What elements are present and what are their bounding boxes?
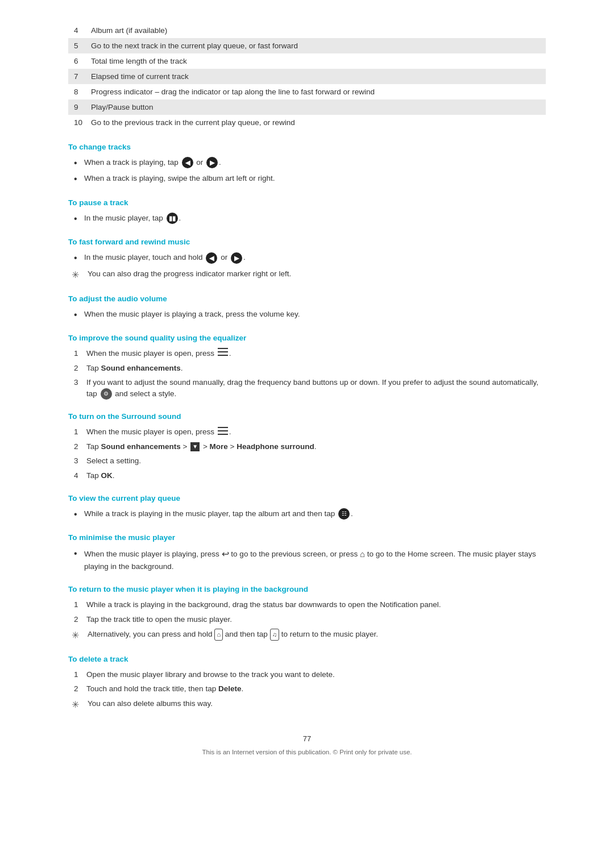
section-heading: To return to the music player when it is… — [68, 585, 546, 593]
section-surround: To turn on the Surround sound 1 When the… — [68, 412, 546, 481]
svg-rect-2 — [218, 355, 228, 356]
menu-icon — [218, 427, 228, 438]
list-item: 4 Tap OK. — [68, 470, 546, 481]
list-item: • When a track is playing, tap ◀ or ▶. — [68, 157, 546, 169]
section-pause-track: To pause a track • In the music player, … — [68, 198, 546, 225]
list-item: • In the music player, touch and hold ◀ … — [68, 252, 546, 264]
list-item: 1 When the music player is open, press . — [68, 426, 546, 438]
table-row: 8 Progress indicator – drag the indicato… — [68, 84, 546, 99]
svg-rect-3 — [218, 427, 228, 428]
tip-icon: ✳ — [72, 698, 85, 712]
list-item: 2 Tap Sound enhancements. — [68, 363, 546, 374]
table-row: 6 Total time length of the track — [68, 53, 546, 69]
footer-note: This is an Internet version of this publ… — [68, 749, 546, 755]
section-delete-track: To delete a track 1 Open the music playe… — [68, 655, 546, 712]
home-icon: ⌂ — [360, 549, 365, 559]
next-hold-icon: ▶ — [231, 252, 242, 264]
tip-item: ✳ You can also delete albums this way. — [68, 698, 546, 712]
list-item: 3 Select a setting. — [68, 455, 546, 467]
svg-rect-4 — [218, 430, 228, 431]
section-heading: To delete a track — [68, 655, 546, 663]
next-icon: ▶ — [206, 157, 218, 168]
section-view-queue: To view the current play queue • While a… — [68, 494, 546, 521]
home-hold-icon: ⌂ — [214, 629, 223, 641]
section-return-background: To return to the music player when it is… — [68, 585, 546, 642]
reference-table: 4 Album art (if available) 5 Go to the n… — [68, 23, 546, 130]
section-heading: To view the current play queue — [68, 494, 546, 502]
pause-icon: ▮▮ — [167, 213, 178, 224]
tip-icon: ✳ — [72, 629, 85, 642]
section-fast-forward: To fast forward and rewind music • In th… — [68, 238, 546, 281]
section-heading: To pause a track — [68, 198, 546, 207]
list-item: • In the music player, tap ▮▮. — [68, 213, 546, 225]
list-item: 2 Touch and hold the track title, then t… — [68, 683, 546, 695]
list-item: • When the music player is playing a tra… — [68, 309, 546, 321]
section-heading: To fast forward and rewind music — [68, 238, 546, 246]
menu-icon — [218, 348, 228, 359]
list-item: • When a track is playing, swipe the alb… — [68, 173, 546, 185]
list-item: 1 While a track is playing in the backgr… — [68, 599, 546, 610]
dropdown-arrow-icon: ▼ — [190, 442, 200, 451]
music-note-icon: ♫ — [270, 629, 279, 641]
list-item: • When the music player is playing, pres… — [68, 547, 546, 572]
prev-icon: ◀ — [182, 157, 193, 168]
section-change-tracks: To change tracks • When a track is playi… — [68, 143, 546, 186]
settings-icon: ⚙ — [101, 388, 112, 400]
table-row: 4 Album art (if available) — [68, 23, 546, 38]
svg-rect-1 — [218, 351, 228, 352]
section-minimise: To minimise the music player • When the … — [68, 533, 546, 572]
list-item: 2 Tap the track title to open the music … — [68, 614, 546, 625]
svg-rect-5 — [218, 434, 228, 435]
list-item: 1 Open the music player library and brow… — [68, 669, 546, 680]
section-heading: To turn on the Surround sound — [68, 412, 546, 421]
list-item: • While a track is playing in the music … — [68, 508, 546, 521]
section-adjust-volume: To adjust the audio volume • When the mu… — [68, 294, 546, 321]
table-row: 5 Go to the next track in the current pl… — [68, 38, 546, 53]
section-heading: To minimise the music player — [68, 533, 546, 542]
section-heading: To change tracks — [68, 143, 546, 151]
queue-icon: ☷ — [338, 508, 350, 520]
section-heading: To adjust the audio volume — [68, 294, 546, 303]
tip-item: ✳ You can also drag the progress indicat… — [68, 268, 546, 282]
prev-hold-icon: ◀ — [206, 252, 217, 264]
tip-icon: ✳ — [72, 268, 85, 282]
section-equalizer: To improve the sound quality using the e… — [68, 334, 546, 400]
back-icon: ↩ — [222, 549, 229, 559]
list-item: 3 If you want to adjust the sound manual… — [68, 377, 546, 400]
svg-rect-0 — [218, 348, 228, 349]
tip-item: ✳ Alternatively, you can press and hold … — [68, 629, 546, 642]
table-row: 7 Elapsed time of current track — [68, 69, 546, 84]
table-row: 10 Go to the previous track in the curre… — [68, 115, 546, 130]
list-item: 2 Tap Sound enhancements > ▼ > More > He… — [68, 441, 546, 452]
page-number: 77 — [68, 734, 546, 743]
section-heading: To improve the sound quality using the e… — [68, 334, 546, 342]
list-item: 1 When the music player is open, press . — [68, 348, 546, 360]
table-row: 9 Play/Pause button — [68, 99, 546, 115]
